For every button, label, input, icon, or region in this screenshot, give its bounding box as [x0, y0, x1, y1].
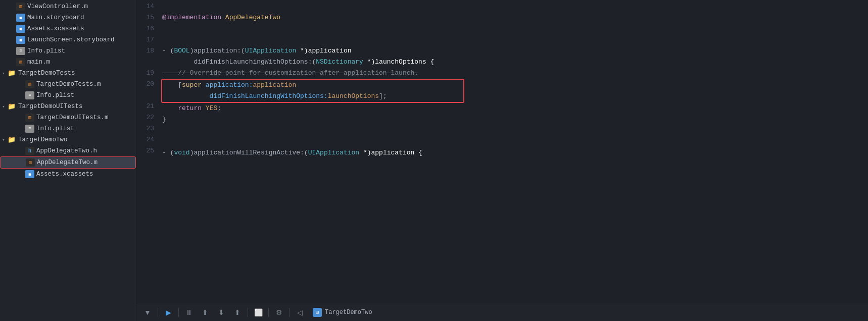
- code-token: *)application {: [359, 147, 422, 158]
- sidebar-item-info-plist-2[interactable]: ≡Info.plist: [0, 90, 136, 101]
- target-label: TargetDemoTwo: [325, 309, 372, 316]
- code-line: [162, 23, 868, 34]
- editor-area: 141516171819202122232425 @implementation…: [136, 0, 868, 321]
- code-line: [162, 34, 868, 45]
- h-file-icon: h: [25, 147, 34, 155]
- sidebar-item-info-plist[interactable]: ≡Info.plist: [0, 45, 136, 57]
- sidebar-item-folder-uitests[interactable]: ▾📁TargetDemoUITests: [0, 101, 136, 112]
- line-number: 17: [136, 34, 154, 45]
- code-token: application:: [202, 80, 253, 91]
- line-number: 21: [136, 101, 154, 112]
- code-token: @implementation: [162, 12, 221, 23]
- step-back-button[interactable]: ⬆: [198, 306, 212, 318]
- sidebar-item-folder-tests[interactable]: ▾📁TargetDemoTests: [0, 68, 136, 79]
- toolbar-divider: [248, 308, 248, 317]
- target-icon: ⊞: [313, 308, 322, 317]
- line-number: 14: [136, 1, 154, 12]
- code-token: application: [253, 80, 296, 91]
- line-number: [136, 57, 154, 68]
- code-token: void: [174, 147, 189, 158]
- toolbar-divider: [268, 308, 269, 317]
- bottom-toolbar: ▼▶⏸⬆⬇⬆⬜⚙◁⊞TargetDemoTwo: [136, 303, 868, 321]
- sidebar-item-label: Main.storyboard: [27, 14, 84, 21]
- storyboard-file-icon: ◼: [16, 36, 25, 44]
- m-file-icon: m: [25, 80, 34, 88]
- navigate-button[interactable]: ◁: [293, 306, 307, 318]
- sidebar-item-label: LaunchScreen.storyboard: [27, 36, 115, 43]
- sidebar-item-label: AppDelegateTwo.m: [37, 159, 98, 166]
- target-selector[interactable]: ⊞TargetDemoTwo: [313, 308, 372, 317]
- storyboard-file-icon: ◼: [16, 14, 25, 22]
- code-line: [162, 136, 868, 147]
- sidebar-item-label: TargetDemoUITests.m: [36, 114, 109, 121]
- code-token: YES: [206, 103, 217, 114]
- code-token: // Override point for customization afte…: [162, 68, 418, 79]
- m-file-icon: m: [16, 3, 25, 11]
- code-token: UIApplication: [308, 147, 359, 158]
- code-token: }: [162, 114, 166, 125]
- code-token: [202, 103, 206, 114]
- folder-icon: 📁: [7, 136, 16, 144]
- m-file-icon: m: [26, 158, 35, 167]
- code-token: - (: [162, 45, 174, 57]
- step-up-button[interactable]: ⬆: [230, 306, 245, 318]
- code-token: NSDictionary: [316, 57, 363, 68]
- code-line: return YES;: [162, 103, 868, 114]
- sidebar-item-targetdemotests-m[interactable]: mTargetDemoTests.m: [0, 79, 136, 90]
- sidebar-item-launchscreen[interactable]: ◼LaunchScreen.storyboard: [0, 34, 136, 45]
- sidebar-item-label: AppDelegateTwo.h: [36, 147, 97, 154]
- highlighted-code-block: [super application:application didFinish…: [161, 79, 464, 103]
- sidebar-item-label: Info.plist: [36, 125, 74, 132]
- assets-file-icon: ◼: [25, 170, 34, 178]
- code-area[interactable]: @implementation AppDelegateTwo - (BOOL)a…: [159, 0, 868, 303]
- sidebar-item-main-m[interactable]: mmain.m: [0, 57, 136, 68]
- code-token: [162, 103, 178, 114]
- sidebar-item-appdelegate-two-m[interactable]: mAppDelegateTwo.m: [0, 156, 136, 169]
- line-number: 16: [136, 23, 154, 34]
- m-file-icon: m: [16, 58, 25, 66]
- sidebar-item-viewcontroller[interactable]: mViewController.m: [0, 1, 136, 12]
- sidebar-item-label: TargetDemoTests.m: [36, 81, 101, 88]
- sidebar-item-appdelegate-two-h[interactable]: hAppDelegateTwo.h: [0, 145, 136, 156]
- plist-file-icon: ≡: [25, 125, 34, 133]
- line-number: 22: [136, 112, 154, 123]
- plist-file-icon: ≡: [16, 47, 25, 55]
- layout-button[interactable]: ⬜: [251, 306, 265, 318]
- sidebar-item-label: Assets.xcassets: [36, 171, 93, 178]
- step-down-button[interactable]: ⬇: [214, 306, 228, 318]
- sidebar-item-label: Assets.xcassets: [27, 25, 84, 32]
- dropdown-button[interactable]: ▼: [140, 306, 155, 318]
- sidebar-item-label: ViewController.m: [27, 3, 88, 10]
- editor-content: 141516171819202122232425 @implementation…: [136, 0, 868, 303]
- sidebar-item-assets[interactable]: ◼Assets.xcassets: [0, 23, 136, 34]
- share-button[interactable]: ⚙: [272, 306, 286, 318]
- m-file-icon: m: [25, 114, 34, 122]
- sidebar-item-folder-two[interactable]: ▾📁TargetDemoTwo: [0, 134, 136, 145]
- code-token: - (: [162, 147, 174, 158]
- code-token: UIApplication: [245, 45, 296, 57]
- pause-button[interactable]: ⏸: [182, 306, 196, 318]
- code-token: [: [162, 80, 182, 91]
- sidebar-item-targetdemouitests-m[interactable]: mTargetDemoUITests.m: [0, 112, 136, 123]
- code-line: [162, 125, 868, 136]
- sidebar-item-label: TargetDemoUITests: [18, 103, 83, 110]
- file-navigator: mViewController.m◼Main.storyboard◼Assets…: [0, 0, 136, 321]
- code-token: AppDelegateTwo: [221, 12, 280, 23]
- sidebar-item-assets-two[interactable]: ◼Assets.xcassets: [0, 169, 136, 180]
- play-button[interactable]: ▶: [161, 306, 175, 318]
- line-number: 24: [136, 134, 154, 145]
- assets-file-icon: ◼: [16, 25, 25, 33]
- plist-file-icon: ≡: [25, 91, 34, 99]
- code-token: didFinishLaunchingWithOptions:(: [162, 57, 316, 68]
- toolbar-divider: [289, 308, 290, 317]
- line-number: [136, 90, 154, 101]
- sidebar-item-label: Info.plist: [27, 47, 65, 55]
- code-line: - (BOOL)application:(UIApplication *)app…: [162, 45, 868, 57]
- folder-icon: 📁: [7, 102, 16, 111]
- folder-arrow-icon: ▾: [0, 71, 7, 76]
- code-line: @implementation AppDelegateTwo: [162, 12, 868, 23]
- code-line: }: [162, 114, 868, 125]
- sidebar-item-main-storyboard[interactable]: ◼Main.storyboard: [0, 12, 136, 23]
- sidebar-item-info-plist-3[interactable]: ≡Info.plist: [0, 123, 136, 134]
- sidebar-item-label: TargetDemoTests: [18, 70, 75, 77]
